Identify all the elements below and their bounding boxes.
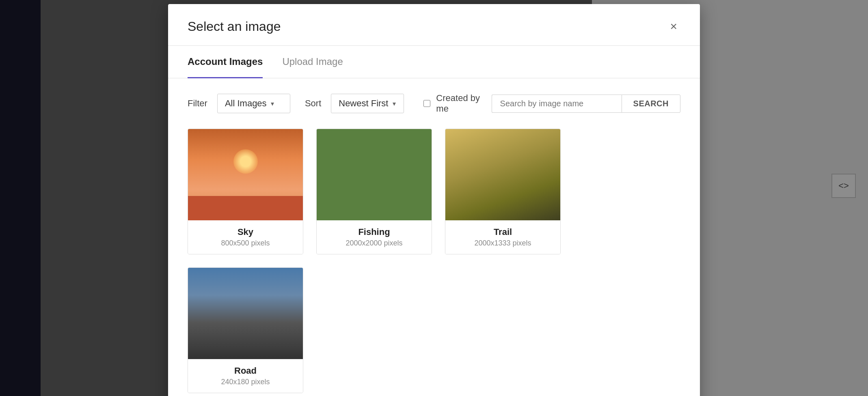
select-image-modal: Select an image × Account Images Upload … bbox=[168, 4, 700, 396]
image-card-trail[interactable]: Trail 2000x1333 pixels bbox=[445, 129, 561, 254]
image-name-trail: Trail bbox=[452, 227, 554, 237]
image-card-body-road: Road 240x180 pixels bbox=[188, 359, 303, 393]
filters-bar: Filter All Images ▾ Sort Newest First ▾ … bbox=[168, 78, 700, 129]
filter-dropdown[interactable]: All Images ▾ bbox=[217, 94, 290, 113]
image-card-body-sky: Sky 800x500 pixels bbox=[188, 220, 303, 254]
image-dims-trail: 2000x1333 pixels bbox=[452, 239, 554, 248]
image-grid: Sky 800x500 pixels Fishing 2000x2000 pix… bbox=[168, 129, 700, 396]
image-thumb-fishing bbox=[317, 129, 432, 220]
filter-label: Filter bbox=[188, 98, 207, 109]
image-dims-fishing: 2000x2000 pixels bbox=[323, 239, 425, 248]
image-name-fishing: Fishing bbox=[323, 227, 425, 237]
sort-value: Newest First bbox=[339, 98, 388, 109]
created-by-me-label[interactable]: Created by me bbox=[436, 93, 482, 114]
sort-dropdown[interactable]: Newest First ▾ bbox=[331, 94, 404, 113]
image-card-body-trail: Trail 2000x1333 pixels bbox=[445, 220, 560, 254]
sort-label: Sort bbox=[305, 98, 321, 109]
created-by-me-checkbox[interactable] bbox=[423, 99, 430, 108]
tab-upload-image[interactable]: Upload Image bbox=[282, 46, 343, 78]
image-thumb-sky bbox=[188, 129, 303, 220]
created-by-me-wrap: Created by me bbox=[423, 93, 482, 114]
image-thumb-road bbox=[188, 268, 303, 359]
filter-chevron-icon: ▾ bbox=[271, 100, 274, 108]
filter-value: All Images bbox=[225, 98, 267, 109]
image-card-road[interactable]: Road 240x180 pixels bbox=[188, 267, 303, 393]
image-name-road: Road bbox=[194, 366, 296, 376]
image-dims-road: 240x180 pixels bbox=[194, 378, 296, 386]
image-card-fishing[interactable]: Fishing 2000x2000 pixels bbox=[316, 129, 432, 254]
search-wrap: SEARCH bbox=[492, 95, 680, 113]
image-name-sky: Sky bbox=[194, 227, 296, 237]
modal-title: Select an image bbox=[188, 19, 281, 34]
search-button[interactable]: SEARCH bbox=[622, 95, 680, 113]
image-thumb-trail bbox=[445, 129, 560, 220]
image-card-sky[interactable]: Sky 800x500 pixels bbox=[188, 129, 303, 254]
modal-tabs: Account Images Upload Image bbox=[168, 46, 700, 78]
modal-header: Select an image × bbox=[168, 4, 700, 46]
image-card-body-fishing: Fishing 2000x2000 pixels bbox=[317, 220, 432, 254]
tab-account-images[interactable]: Account Images bbox=[188, 46, 263, 78]
image-dims-sky: 800x500 pixels bbox=[194, 239, 296, 248]
modal-overlay: Select an image × Account Images Upload … bbox=[0, 0, 868, 396]
sort-chevron-icon: ▾ bbox=[393, 100, 396, 108]
search-input[interactable] bbox=[492, 95, 622, 113]
close-button[interactable]: × bbox=[667, 19, 680, 34]
